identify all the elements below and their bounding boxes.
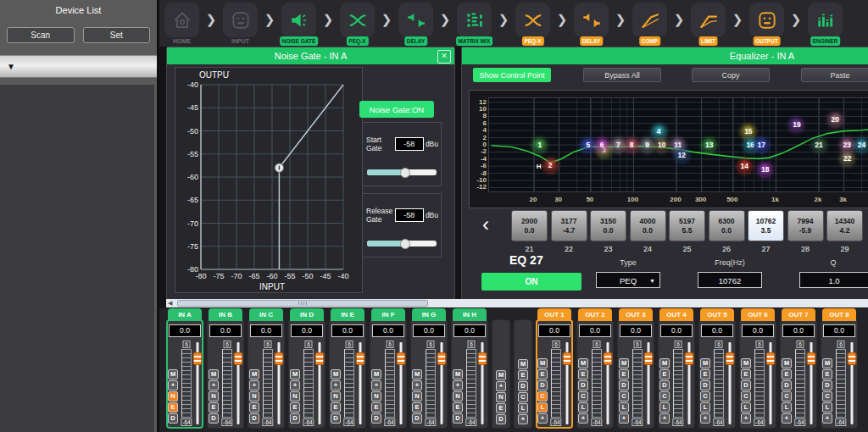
strip-button-N[interactable]: N — [290, 391, 300, 402]
strip-button-N[interactable]: N — [331, 391, 341, 402]
strip-button-N[interactable]: N — [496, 392, 506, 402]
channel-label[interactable]: IN A — [168, 308, 202, 321]
fader-handle[interactable] — [604, 352, 613, 365]
strip-button-M[interactable]: M — [496, 370, 506, 380]
set-button[interactable]: Set — [83, 27, 151, 43]
strip-button-D[interactable]: D — [249, 413, 259, 424]
toolbar-item-output[interactable]: OUTPUT — [749, 0, 784, 47]
strip-button-E[interactable]: E — [290, 402, 300, 413]
q-input[interactable]: 1.0 — [799, 272, 868, 288]
strip-button-E[interactable]: E — [700, 369, 710, 379]
eq-control-point-10[interactable]: 10 — [655, 139, 668, 152]
gain-display[interactable]: 0.0 — [209, 324, 242, 337]
noise-gate-graph[interactable]: -40-45-50-55-60-65-70-75-80-80-75-70-65-… — [175, 67, 363, 293]
gain-display[interactable]: 0.0 — [660, 324, 693, 337]
strip-button-L[interactable]: L — [700, 402, 710, 413]
strip-button-M[interactable]: M — [412, 369, 422, 379]
strip-button-D[interactable]: D — [578, 380, 588, 390]
strip-button-L[interactable]: L — [537, 402, 548, 413]
strip-button-M[interactable]: M — [659, 358, 670, 368]
strip-button-M[interactable]: M — [371, 369, 381, 379]
fader-handle[interactable] — [685, 352, 694, 365]
eq-control-point-15[interactable]: 15 — [742, 125, 754, 138]
channel-label[interactable]: OUT 6 — [741, 308, 775, 321]
gain-display[interactable]: 0.0 — [453, 324, 486, 337]
strip-button-+[interactable]: + — [209, 380, 219, 390]
strip-button-+[interactable]: + — [168, 380, 178, 390]
fader-handle[interactable] — [478, 352, 487, 365]
strip-button-M[interactable]: M — [249, 369, 259, 379]
strip-button-E[interactable]: E — [782, 369, 792, 379]
strip-button-M[interactable]: M — [700, 358, 710, 368]
fader-handle[interactable] — [315, 352, 325, 365]
fader-handle[interactable] — [234, 352, 243, 365]
show-control-point-button[interactable]: Show Control Point — [473, 68, 551, 82]
eq-band-prev-button[interactable]: ‹ — [482, 214, 489, 235]
strip-button-N[interactable]: N — [453, 391, 463, 402]
strip-button-D[interactable]: D — [782, 380, 792, 390]
release-gate-slider[interactable] — [367, 241, 437, 246]
channel-label[interactable]: OUT 3 — [619, 308, 653, 321]
device-dropdown[interactable]: ▼ — [0, 55, 157, 78]
strip-button-C[interactable]: C — [659, 391, 670, 402]
eq-control-point-9[interactable]: 9 — [641, 139, 654, 152]
eq-control-point-8[interactable]: 8 — [626, 139, 638, 152]
gain-display[interactable]: 0.0 — [701, 324, 733, 337]
strip-button-+[interactable]: + — [249, 380, 259, 390]
strip-button-E[interactable]: E — [578, 369, 588, 379]
eq-control-point-17[interactable]: 17 — [755, 139, 768, 152]
strip-button-+[interactable]: + — [371, 380, 381, 390]
strip-button-M[interactable]: M — [578, 358, 588, 368]
toolbar-item-noise-gate[interactable]: NOISE GATE — [281, 0, 316, 47]
strip-button-C[interactable]: C — [518, 392, 528, 402]
strip-button-+[interactable]: + — [700, 413, 710, 424]
strip-button-E[interactable]: E — [822, 369, 832, 379]
strip-button-D[interactable]: D — [619, 380, 629, 390]
toolbar-item-enginer[interactable]: ENGINER — [808, 0, 843, 47]
strip-button-+[interactable]: + — [412, 380, 422, 390]
fader-handle[interactable] — [766, 352, 776, 365]
gain-display[interactable]: 0.0 — [620, 324, 652, 337]
scrollbar-thumb[interactable] — [177, 300, 428, 307]
strip-button-M[interactable]: M — [741, 358, 751, 368]
fader-handle[interactable] — [193, 352, 203, 365]
strip-button-D[interactable]: D — [537, 380, 548, 390]
channel-label[interactable]: IN E — [331, 308, 364, 321]
strip-button-C[interactable]: C — [619, 391, 629, 402]
strip-button-+[interactable]: + — [537, 413, 548, 424]
strip-button-N[interactable]: N — [168, 391, 178, 402]
channel-label[interactable]: IN G — [412, 308, 446, 321]
strip-button-M[interactable]: M — [290, 369, 300, 379]
eq-graph[interactable]: 12H3456789101112131415161718192021222324 — [488, 97, 868, 192]
eq-control-point-2[interactable]: 2H — [544, 159, 557, 172]
strip-button-E[interactable]: E — [331, 402, 341, 413]
strip-button-E[interactable]: E — [168, 402, 178, 413]
strip-button-+[interactable]: + — [822, 413, 832, 424]
eq-control-point-13[interactable]: 13 — [703, 139, 715, 152]
strip-button-+[interactable]: + — [659, 413, 670, 424]
strip-button-E[interactable]: E — [537, 369, 548, 379]
fader-handle[interactable] — [563, 352, 572, 365]
strip-button-M[interactable]: M — [619, 358, 629, 368]
eq-control-point-7[interactable]: 7 — [612, 139, 625, 152]
eq-band-cell-29[interactable]: 143404.2 — [826, 210, 863, 241]
strip-button-D[interactable]: D — [700, 380, 710, 390]
channel-label[interactable]: IN H — [453, 308, 487, 321]
eq-band-cell-25[interactable]: 51975.5 — [669, 210, 705, 241]
gain-display[interactable]: 0.0 — [291, 324, 323, 337]
horizontal-scrollbar[interactable]: ◀ — [166, 299, 868, 307]
eq-band-cell-24[interactable]: 40000.0 — [630, 210, 666, 241]
strip-button-E[interactable]: E — [496, 403, 506, 413]
channel-label[interactable]: IN F — [371, 308, 405, 321]
gate-control-point[interactable] — [275, 163, 283, 172]
toolbar-item-delay[interactable]: DELAY — [574, 0, 609, 47]
eq-control-point-5[interactable]: 5 — [581, 139, 594, 152]
strip-button-E[interactable]: E — [249, 402, 259, 413]
eq-band-cell-28[interactable]: 7994-5.9 — [787, 210, 824, 241]
channel-label[interactable]: OUT 8 — [822, 308, 856, 321]
slider-handle[interactable] — [400, 168, 410, 178]
eq-band-cell-27[interactable]: 107623.5 — [748, 210, 784, 241]
gain-display[interactable]: 0.0 — [538, 324, 570, 337]
strip-button-D[interactable]: D — [659, 380, 670, 390]
fader-handle[interactable] — [644, 352, 654, 365]
